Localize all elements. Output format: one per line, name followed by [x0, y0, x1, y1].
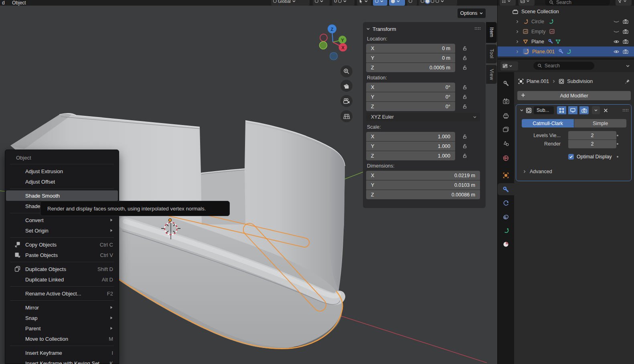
breadcrumb-panel-name[interactable]: Subdivision — [567, 79, 593, 84]
properties-search-input[interactable]: Search — [533, 62, 594, 70]
select-tool-dropdown[interactable] — [357, 0, 371, 6]
zoom-button[interactable] — [340, 65, 352, 77]
modifier-realtime-toggle[interactable] — [568, 106, 577, 114]
options-button[interactable]: Options — [458, 8, 486, 18]
levels-viewport-field[interactable]: 2 — [568, 131, 616, 140]
camera-view-button[interactable] — [340, 95, 352, 107]
eye-open-icon[interactable] — [614, 50, 619, 54]
menu-item-duplicate-objects[interactable]: Duplicate ObjectsShift D — [5, 264, 119, 274]
lock-open-icon[interactable] — [462, 154, 467, 158]
lock-open-icon[interactable] — [462, 144, 467, 149]
tab-object-data[interactable] — [498, 224, 514, 237]
catmull-clark-button[interactable]: Catmull-Clark — [522, 119, 574, 127]
render-levels-field[interactable]: 2 — [568, 140, 616, 148]
outliner-editor-type-dropdown[interactable] — [500, 0, 516, 6]
outliner-search-input[interactable]: Search — [545, 0, 610, 6]
menu-object[interactable]: Object — [12, 0, 26, 6]
tab-output[interactable] — [498, 110, 514, 122]
snap-toggle[interactable] — [389, 0, 405, 6]
menu-item-duplicate-linked[interactable]: Duplicate LinkedAlt D — [5, 274, 119, 285]
tab-modifiers-active[interactable] — [498, 183, 514, 195]
editor-divider-vertical[interactable] — [497, 0, 498, 364]
close-icon[interactable] — [604, 108, 608, 113]
lock-open-icon[interactable] — [462, 56, 467, 61]
outliner-row-plane[interactable]: Plane — [498, 36, 634, 47]
menu-add-partial[interactable]: d — [2, 0, 5, 6]
location-x-field[interactable]: X0 m — [366, 44, 455, 53]
pivot-point-dropdown[interactable] — [313, 0, 330, 6]
transform-orientation-dropdown[interactable]: Global — [271, 0, 310, 6]
camera-visibility-icon[interactable] — [623, 49, 628, 54]
tab-object[interactable] — [498, 169, 514, 181]
modifier-drag-grip-icon[interactable] — [622, 109, 629, 112]
menu-item-parent[interactable]: Parent — [5, 323, 119, 334]
menu-item-set-origin[interactable]: Set Origin — [5, 225, 119, 236]
tab-world[interactable] — [498, 152, 514, 164]
tab-view-layer[interactable] — [498, 123, 514, 135]
outliner-row-empty[interactable]: Empty — [498, 26, 634, 36]
camera-visibility-icon[interactable] — [623, 29, 628, 34]
proportional-edit-toggle[interactable] — [373, 0, 387, 6]
tab-material[interactable] — [498, 238, 514, 250]
tab-render[interactable] — [498, 95, 514, 107]
tab-scene[interactable] — [498, 138, 514, 150]
lock-open-icon[interactable] — [462, 95, 467, 99]
panel-drag-grip-icon[interactable] — [474, 27, 481, 30]
lock-open-icon[interactable] — [462, 134, 467, 139]
ortho-grid-button[interactable] — [340, 110, 352, 122]
outliner-filter-dropdown[interactable] — [616, 0, 632, 6]
breadcrumb-object-name[interactable]: Plane.001 — [527, 79, 549, 84]
menu-item-move-to-collection[interactable]: Move to CollectionM — [5, 334, 119, 344]
menu-item-shade-smooth[interactable]: Shade Smooth — [6, 190, 118, 201]
shading-mode-group[interactable] — [419, 0, 457, 6]
eye-closed-icon[interactable] — [614, 30, 619, 34]
navigation-gizmo[interactable]: Z Y X — [318, 22, 351, 66]
outliner-row-plane-001-selected[interactable]: Plane.001 — [498, 47, 634, 57]
add-modifier-button[interactable]: Add Modifier — [517, 91, 631, 100]
menu-item-insert-keyframe-keying-set[interactable]: Insert Keyframe with Keying SetK — [5, 358, 119, 364]
outliner-row-circle[interactable]: Circle — [498, 16, 634, 26]
eye-open-icon[interactable] — [614, 40, 619, 44]
panel-collapse-chevron-icon[interactable] — [366, 27, 370, 31]
sidebar-tab-view[interactable]: View — [486, 65, 497, 84]
menu-item-adjust-extrusion[interactable]: Adjust Extrusion — [5, 166, 119, 176]
tab-constraints[interactable] — [498, 211, 514, 223]
camera-visibility-icon[interactable] — [623, 39, 628, 44]
editor-divider-horizontal[interactable] — [498, 59, 634, 59]
snapping-dropdown[interactable]: U — [332, 0, 354, 6]
menu-item-copy-objects[interactable]: Copy ObjectsCtrl C — [5, 239, 119, 250]
scale-y-field[interactable]: Y1.000 — [366, 142, 455, 151]
sidebar-tab-item[interactable]: Item — [486, 22, 497, 43]
modifier-on-cage-toggle[interactable] — [557, 106, 566, 114]
dimensions-x-field[interactable]: X0.0219 m — [366, 171, 480, 180]
menu-item-rename-active-object[interactable]: Rename Active Object...F2 — [5, 288, 119, 299]
sidebar-tab-tool[interactable]: Tool — [486, 44, 497, 63]
menu-item-adjust-offset[interactable]: Adjust Offset — [5, 176, 119, 187]
outliner-display-mode-dropdown[interactable] — [519, 0, 535, 6]
tab-physics[interactable] — [498, 197, 514, 209]
simple-button[interactable]: Simple — [574, 119, 626, 127]
modifier-extras-dropdown[interactable] — [592, 106, 600, 114]
animate-decorator-dot[interactable] — [617, 156, 618, 158]
overlays-toggle[interactable] — [407, 0, 417, 6]
lock-open-icon[interactable] — [462, 85, 467, 90]
advanced-subpanel-header[interactable]: Advanced — [523, 169, 631, 174]
scale-z-field[interactable]: Z1.000 — [366, 151, 455, 160]
animate-decorator-dot[interactable] — [617, 135, 618, 136]
dimensions-y-field[interactable]: Y0.0103 m — [366, 180, 480, 190]
tab-tool[interactable] — [498, 77, 514, 89]
rotation-x-field[interactable]: X0° — [366, 83, 455, 92]
eye-closed-icon[interactable] — [614, 20, 619, 24]
panel-expand-chevron-icon[interactable] — [520, 108, 524, 112]
outliner-row-scene-collection[interactable]: Scene Collection — [498, 6, 634, 16]
menu-item-insert-keyframe[interactable]: Insert KeyframeI — [5, 348, 119, 358]
menu-item-snap[interactable]: Snap — [5, 313, 119, 323]
pin-icon[interactable] — [625, 79, 630, 84]
pan-button[interactable] — [340, 80, 352, 92]
rotation-y-field[interactable]: Y0° — [366, 92, 455, 101]
rotation-mode-dropdown[interactable]: XYZ Euler — [366, 113, 480, 121]
rotation-z-field[interactable]: Z0° — [366, 102, 455, 111]
optimal-display-checkbox[interactable] — [568, 154, 574, 160]
location-y-field[interactable]: Y0 m — [366, 53, 455, 63]
chevron-down-icon[interactable] — [626, 64, 630, 68]
